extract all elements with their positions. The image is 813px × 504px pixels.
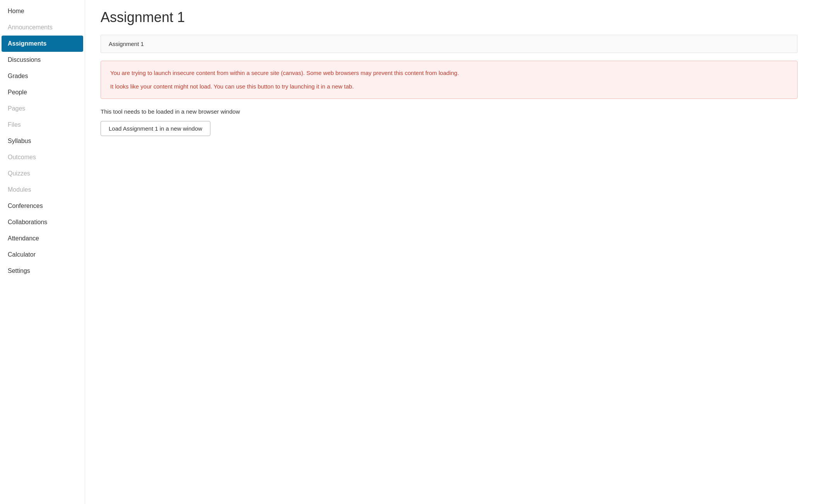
warning-line-2: It looks like your content might not loa… bbox=[110, 82, 788, 91]
sidebar-item-conferences[interactable]: Conferences bbox=[0, 198, 85, 214]
sidebar: HomeAnnouncementsAssignmentsDiscussionsG… bbox=[0, 0, 85, 504]
warning-line-1: You are trying to launch insecure conten… bbox=[110, 69, 788, 78]
sidebar-item-discussions[interactable]: Discussions bbox=[0, 52, 85, 68]
load-assignment-button[interactable]: Load Assignment 1 in a new window bbox=[101, 121, 210, 136]
warning-box: You are trying to launch insecure conten… bbox=[101, 61, 798, 99]
page-title: Assignment 1 bbox=[101, 9, 798, 26]
sidebar-item-calculator[interactable]: Calculator bbox=[0, 247, 85, 263]
sidebar-item-grades[interactable]: Grades bbox=[0, 68, 85, 84]
sidebar-item-modules[interactable]: Modules bbox=[0, 182, 85, 198]
tool-notice: This tool needs to be loaded in a new br… bbox=[101, 108, 798, 115]
sidebar-item-assignments[interactable]: Assignments bbox=[2, 36, 83, 52]
breadcrumb-bar: Assignment 1 bbox=[101, 35, 798, 53]
sidebar-item-quizzes[interactable]: Quizzes bbox=[0, 165, 85, 182]
sidebar-item-files[interactable]: Files bbox=[0, 117, 85, 133]
main-content: Assignment 1 Assignment 1 You are trying… bbox=[85, 0, 813, 504]
sidebar-item-outcomes[interactable]: Outcomes bbox=[0, 149, 85, 165]
sidebar-item-home[interactable]: Home bbox=[0, 3, 85, 19]
sidebar-item-pages[interactable]: Pages bbox=[0, 100, 85, 117]
sidebar-item-settings[interactable]: Settings bbox=[0, 263, 85, 279]
sidebar-item-people[interactable]: People bbox=[0, 84, 85, 100]
sidebar-item-announcements[interactable]: Announcements bbox=[0, 19, 85, 36]
sidebar-item-syllabus[interactable]: Syllabus bbox=[0, 133, 85, 149]
sidebar-item-collaborations[interactable]: Collaborations bbox=[0, 214, 85, 230]
sidebar-item-attendance[interactable]: Attendance bbox=[0, 230, 85, 247]
breadcrumb-label: Assignment 1 bbox=[109, 41, 144, 47]
